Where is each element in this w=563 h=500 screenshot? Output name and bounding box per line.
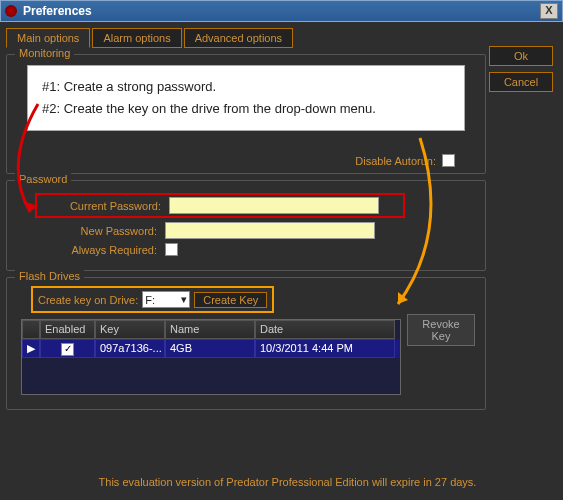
monitoring-legend: Monitoring xyxy=(15,47,74,59)
instruction-callout: #1: Create a strong password. #2: Create… xyxy=(27,65,465,131)
always-required-label: Always Required: xyxy=(35,244,165,256)
password-legend: Password xyxy=(15,173,71,185)
col-enabled: Enabled xyxy=(40,320,95,339)
app-icon xyxy=(5,5,17,17)
col-selector xyxy=(22,320,40,339)
close-button[interactable]: X xyxy=(540,3,558,19)
workarea: Ok Cancel Main options Alarm options Adv… xyxy=(0,22,563,500)
drive-select[interactable]: F: ▾ xyxy=(142,291,190,308)
cell-name: 4GB xyxy=(165,339,255,358)
cancel-button[interactable]: Cancel xyxy=(489,72,553,92)
drive-select-value: F: xyxy=(145,294,155,306)
window-title: Preferences xyxy=(23,4,540,18)
cell-date: 10/3/2011 4:44 PM xyxy=(255,339,395,358)
cell-key: 097a7136-... xyxy=(95,339,165,358)
tab-main[interactable]: Main options xyxy=(6,28,90,48)
new-password-input[interactable] xyxy=(165,222,375,239)
current-password-row: Current Password: xyxy=(35,193,405,218)
table-row[interactable]: ▶ ✓ 097a7136-... 4GB 10/3/2011 4:44 PM xyxy=(22,339,400,358)
tab-bar: Main options Alarm options Advanced opti… xyxy=(6,28,486,48)
titlebar: Preferences X xyxy=(0,0,563,22)
current-password-label: Current Password: xyxy=(39,200,169,212)
ok-button[interactable]: Ok xyxy=(489,46,553,66)
callout-line2: #2: Create the key on the drive from the… xyxy=(42,98,450,120)
always-required-checkbox[interactable] xyxy=(165,243,178,256)
new-password-label: New Password: xyxy=(35,225,165,237)
create-key-button[interactable]: Create Key xyxy=(194,292,267,308)
table-header: Enabled Key Name Date xyxy=(22,320,400,339)
chevron-down-icon: ▾ xyxy=(181,293,187,306)
callout-line1: #1: Create a strong password. xyxy=(42,76,450,98)
evaluation-footer: This evaluation version of Predator Prof… xyxy=(6,476,563,488)
row-indicator-icon: ▶ xyxy=(22,339,40,358)
flash-drives-group: Flash Drives Create key on Drive: F: ▾ C… xyxy=(6,277,486,410)
col-key: Key xyxy=(95,320,165,339)
flash-legend: Flash Drives xyxy=(15,270,84,282)
tab-alarm[interactable]: Alarm options xyxy=(92,28,181,48)
cell-enabled[interactable]: ✓ xyxy=(40,339,95,358)
password-group: Password Current Password: New Password:… xyxy=(6,180,486,271)
dialog-buttons: Ok Cancel xyxy=(489,46,553,92)
tab-advanced[interactable]: Advanced options xyxy=(184,28,293,48)
monitoring-group: Monitoring #1: Create a strong password.… xyxy=(6,54,486,174)
create-key-highlight: Create key on Drive: F: ▾ Create Key xyxy=(31,286,274,313)
col-date: Date xyxy=(255,320,395,339)
keys-table: Enabled Key Name Date ▶ ✓ 097a7136-... 4… xyxy=(21,319,401,395)
col-name: Name xyxy=(165,320,255,339)
create-key-label: Create key on Drive: xyxy=(38,294,138,306)
revoke-key-button[interactable]: Revoke Key xyxy=(407,314,475,346)
enabled-checkbox[interactable]: ✓ xyxy=(61,343,74,356)
disable-autorun-checkbox[interactable] xyxy=(442,154,455,167)
current-password-input[interactable] xyxy=(169,197,379,214)
disable-autorun-label: Disable Autorun: xyxy=(355,155,436,167)
